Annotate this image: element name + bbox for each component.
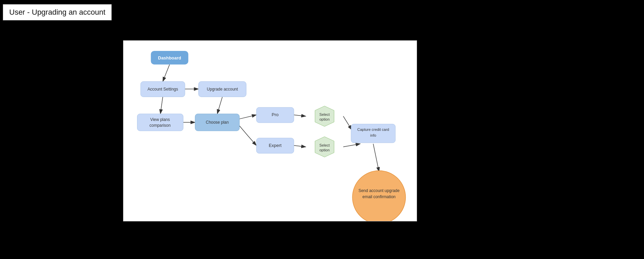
node-choose-plan: Choose plan <box>195 114 240 131</box>
svg-text:Select: Select <box>319 112 330 117</box>
node-dashboard: Dashboard <box>151 51 188 65</box>
node-capture-credit: Capture credit card info <box>351 124 395 143</box>
arrow-select1-to-capture <box>343 116 352 130</box>
svg-text:View plans: View plans <box>150 117 170 122</box>
svg-text:option: option <box>319 148 330 152</box>
svg-text:info: info <box>370 133 376 137</box>
arrow-chooseplan-to-pro <box>239 115 256 119</box>
arrow-dashboard-to-account-settings <box>163 65 170 82</box>
node-select-option-1: Select option <box>315 106 334 126</box>
svg-text:Expert: Expert <box>269 143 282 148</box>
svg-text:Dashboard: Dashboard <box>158 55 181 60</box>
node-view-plans: View plans comparison <box>137 114 183 131</box>
arrow-account-to-viewplans <box>160 97 163 114</box>
svg-text:email confirmation: email confirmation <box>362 194 395 199</box>
svg-text:Send account upgrade: Send account upgrade <box>359 188 400 193</box>
flowchart-svg: Dashboard Account Settings View plans co… <box>123 41 417 221</box>
svg-text:Select: Select <box>319 143 330 147</box>
node-pro: Pro <box>256 107 294 123</box>
node-expert: Expert <box>256 138 294 153</box>
svg-rect-5 <box>137 114 183 131</box>
svg-text:Account Settings: Account Settings <box>147 87 178 92</box>
svg-text:Pro: Pro <box>272 112 279 117</box>
arrow-expert-to-select2 <box>294 146 306 147</box>
arrow-capture-to-email <box>373 144 379 172</box>
node-upgrade-account: Upgrade account <box>199 82 246 97</box>
svg-text:Upgrade account: Upgrade account <box>207 87 238 92</box>
node-send-email: Send account upgrade email confirmation <box>352 171 405 221</box>
svg-text:Choose plan: Choose plan <box>206 120 229 125</box>
arrow-select2-to-capture <box>343 144 360 147</box>
arrow-upgrade-to-chooseplan <box>217 97 223 114</box>
arrow-chooseplan-to-expert <box>239 126 256 146</box>
page-title: User - Upgrading an account <box>3 4 112 21</box>
node-account-settings: Account Settings <box>140 82 185 97</box>
node-select-option-2: Select option <box>315 137 334 157</box>
svg-text:option: option <box>319 117 330 121</box>
arrow-pro-to-select1 <box>294 115 306 116</box>
svg-text:Capture credit card: Capture credit card <box>357 127 389 132</box>
svg-text:comparison: comparison <box>149 123 171 128</box>
diagram-canvas: Dashboard Account Settings View plans co… <box>123 40 417 221</box>
